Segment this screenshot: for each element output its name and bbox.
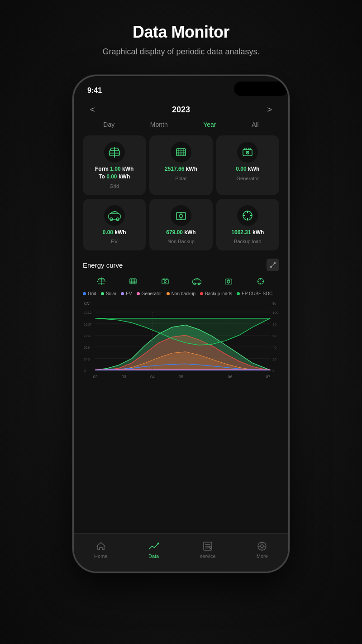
stat-value-grid: Form 1.00 kWhTo 0.00 kWh — [95, 165, 133, 181]
energy-curve-title: Energy curve — [83, 261, 123, 269]
page-header: Data Monitor Graphical display of period… — [102, 23, 259, 57]
stat-label-ev: EV — [111, 239, 118, 244]
stat-value-solar: 2517.66 kWh — [165, 165, 197, 173]
service-icon — [202, 541, 213, 552]
stat-card-ev: 0.00 kWh EV — [83, 199, 146, 251]
home-icon — [95, 541, 106, 552]
svg-text:02: 02 — [93, 375, 98, 379]
more-icon — [257, 541, 267, 552]
period-tabs: Day Month Year All — [81, 119, 281, 130]
curve-backupload-icon[interactable] — [255, 277, 266, 286]
stat-icon-circle-solar — [171, 142, 191, 163]
legend-dot-ev — [121, 292, 124, 295]
solar-icon — [175, 146, 187, 159]
svg-point-35 — [179, 214, 183, 218]
stat-icon-circle-nonbackup — [171, 205, 191, 226]
svg-text:0: 0 — [84, 369, 86, 373]
svg-text:%: % — [272, 302, 276, 306]
tab-year[interactable]: Year — [198, 119, 221, 130]
legend-dot-epcube — [237, 292, 240, 295]
stat-icon-circle-ev — [104, 205, 125, 226]
prev-year-button[interactable]: < — [90, 105, 95, 115]
svg-text:80: 80 — [272, 322, 276, 327]
legend-dot-grid — [83, 292, 86, 295]
stat-card-solar: 2517.66 kWh Solar — [149, 135, 212, 195]
nav-more-label: More — [257, 553, 268, 559]
svg-rect-62 — [162, 279, 168, 284]
energy-curve-header: Energy curve — [81, 254, 281, 275]
chart-svg: kW 1312 1057 793 529 246 0 % 100 80 60 4… — [83, 300, 279, 390]
svg-line-17 — [119, 153, 120, 156]
legend-dot-generator — [137, 292, 140, 295]
tab-month[interactable]: Month — [145, 119, 173, 130]
svg-text:kW: kW — [84, 302, 90, 306]
year-label: 2023 — [172, 105, 190, 115]
svg-point-107 — [157, 543, 159, 544]
legend-nonbackup: Non backup — [167, 291, 195, 296]
stat-label-solar: Solar — [175, 176, 187, 181]
stat-value-backupload: 1662.31 kWh — [231, 229, 264, 236]
svg-point-114 — [261, 545, 263, 548]
svg-point-112 — [209, 546, 211, 548]
tab-day[interactable]: Day — [98, 119, 120, 130]
nav-more[interactable]: More — [257, 541, 268, 559]
phone-frame: 9:41 — [72, 75, 290, 573]
curve-nonbackup-icon[interactable] — [223, 277, 234, 286]
svg-line-16 — [109, 153, 110, 156]
svg-text:1057: 1057 — [84, 322, 92, 327]
generator-icon — [241, 146, 254, 159]
svg-point-70 — [228, 280, 230, 283]
grid-icon — [108, 146, 121, 159]
legend-label-solar: Solar — [106, 291, 116, 296]
chart-legend: Grid Solar EV Generator Non backup — [81, 290, 281, 297]
stat-label-nonbackup: Non Backup — [167, 239, 195, 244]
expand-button[interactable] — [267, 259, 279, 271]
backupload-icon — [241, 209, 254, 222]
stat-value-generator: 0.00 kWh — [236, 165, 259, 173]
curve-grid-icon[interactable] — [96, 277, 107, 286]
legend-backuploads: Backup loads — [200, 291, 232, 296]
nonbackup-icon — [175, 209, 187, 222]
stat-icon-circle-grid — [104, 142, 125, 163]
year-nav: < 2023 > — [81, 101, 281, 119]
curve-solar-icon[interactable] — [128, 277, 138, 286]
legend-solar: Solar — [101, 291, 116, 296]
legend-grid: Grid — [83, 291, 96, 296]
tab-all[interactable]: All — [246, 119, 264, 130]
stat-label-grid: Grid — [110, 183, 119, 189]
svg-text:07: 07 — [266, 375, 270, 379]
status-time: 9:41 — [87, 87, 102, 95]
dynamic-island — [234, 82, 288, 96]
svg-text:0: 0 — [272, 369, 275, 373]
next-year-button[interactable]: > — [267, 105, 272, 115]
curve-filter-icons — [81, 275, 281, 288]
legend-label-ev: EV — [126, 291, 132, 296]
svg-line-53 — [98, 280, 98, 282]
page-subtitle: Graphical display of periodic data anala… — [102, 47, 259, 57]
svg-text:20: 20 — [272, 357, 276, 361]
nav-service[interactable]: service — [200, 541, 216, 559]
stat-card-backupload: 1662.31 kWh Backup load — [216, 199, 279, 251]
curve-generator-icon[interactable] — [160, 277, 171, 286]
legend-dot-backuploads — [200, 292, 203, 295]
legend-ev: EV — [121, 291, 132, 296]
nav-home[interactable]: Home — [94, 541, 107, 559]
nav-home-label: Home — [94, 553, 107, 559]
nav-data[interactable]: Data — [148, 541, 159, 559]
svg-point-39 — [245, 213, 250, 218]
curve-ev-icon[interactable] — [191, 277, 202, 286]
svg-point-63 — [164, 281, 166, 283]
svg-text:793: 793 — [84, 334, 90, 338]
stat-label-backupload: Backup load — [234, 239, 262, 244]
bottom-nav: Home Data service — [74, 533, 288, 572]
legend-dot-solar — [101, 292, 104, 295]
legend-label-epcube: EP CUBE SOC — [242, 291, 272, 296]
stats-grid: Form 1.00 kWhTo 0.00 kWh Grid — [81, 135, 281, 250]
svg-text:100: 100 — [272, 311, 279, 315]
legend-label-backuploads: Backup loads — [205, 291, 232, 296]
stat-value-ev: 0.00 kWh — [103, 229, 126, 236]
legend-epcube: EP CUBE SOC — [237, 291, 272, 296]
stat-card-nonbackup: 679.00 kWh Non Backup — [149, 199, 212, 251]
stat-value-nonbackup: 679.00 kWh — [166, 229, 195, 236]
ev-icon — [108, 209, 121, 222]
